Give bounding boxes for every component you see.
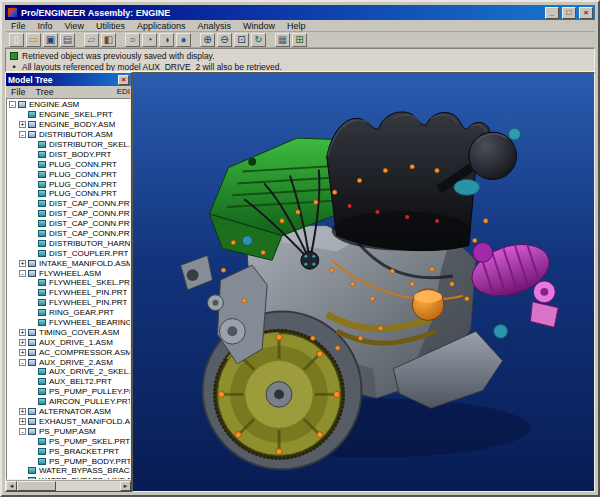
expand-icon[interactable]: + bbox=[19, 121, 26, 128]
tree-item[interactable]: PLUG_CONN.PRT bbox=[7, 159, 130, 169]
tree-item[interactable]: AUX_DRIVE_2_SKEL.PRT bbox=[7, 367, 130, 377]
tree-item[interactable]: AIRCON_PULLEY.PRT bbox=[7, 397, 130, 407]
model-tree-button[interactable]: ⊞ bbox=[292, 33, 307, 47]
collapse-icon[interactable]: - bbox=[19, 359, 26, 366]
expand-icon[interactable]: + bbox=[19, 329, 26, 336]
scroll-left-button[interactable]: ◄ bbox=[6, 481, 17, 491]
repaint-button[interactable]: ◧ bbox=[101, 33, 116, 47]
hscroll-thumb[interactable] bbox=[17, 481, 56, 491]
mail-button[interactable]: ▱ bbox=[84, 33, 99, 47]
expand-icon[interactable]: + bbox=[19, 349, 26, 356]
menu-window[interactable]: Window bbox=[237, 21, 281, 31]
tree-item[interactable]: PS_BRACKET.PRT bbox=[7, 446, 130, 456]
viewport[interactable] bbox=[132, 72, 595, 492]
tree-item[interactable]: DIST_CAP_CONN.PRT bbox=[7, 219, 130, 229]
tree-item[interactable]: +TIMING_COVER.ASM bbox=[7, 327, 130, 337]
shaded-button[interactable]: ● bbox=[176, 33, 191, 47]
tree-item[interactable]: +ENGINE_BODY.ASM bbox=[7, 120, 130, 130]
tree-item[interactable]: ENGINE_SKEL.PRT bbox=[7, 110, 130, 120]
layers-icon: ▦ bbox=[278, 34, 287, 46]
tree-item[interactable]: AUX_BELT2.PRT bbox=[7, 377, 130, 387]
menu-view[interactable]: View bbox=[59, 21, 90, 31]
no-hidden-button[interactable]: ◑ bbox=[159, 33, 174, 47]
print-button[interactable]: ▤ bbox=[60, 33, 75, 47]
tree-item[interactable]: DISTRIBUTOR_SKEL.PRT bbox=[7, 140, 130, 150]
tree-item[interactable]: +ALTERNATOR.ASM bbox=[7, 407, 130, 417]
refit-button[interactable]: ⊡ bbox=[234, 33, 249, 47]
prt-icon bbox=[38, 299, 46, 306]
tree-item[interactable]: FLYWHEEL_SKEL.PRT bbox=[7, 278, 130, 288]
tree-item[interactable]: PS_PUMP_BODY.PRT bbox=[7, 456, 130, 466]
tree-item[interactable]: -DISTRIBUTOR.ASM bbox=[7, 130, 130, 140]
tree-item[interactable]: DIST_CAP_CONN.PRT bbox=[7, 229, 130, 239]
open-folder-button[interactable]: ▭ bbox=[26, 33, 41, 47]
model-tree-menubar: EDI FileTree bbox=[6, 86, 131, 98]
menu-file[interactable]: File bbox=[5, 21, 32, 31]
tree-item[interactable]: +AC_COMPRESSOR.ASM bbox=[7, 347, 130, 357]
tree-item[interactable]: -PS_PUMP.ASM bbox=[7, 426, 130, 436]
expand-icon[interactable]: + bbox=[19, 339, 26, 346]
save-button[interactable]: ▣ bbox=[43, 33, 58, 47]
tree-item[interactable]: FLYWHEEL_PIN.PRT bbox=[7, 298, 130, 308]
tree-item-label: WATER_BYPASS_BRACKET.PRT bbox=[39, 466, 130, 475]
alternator-part[interactable] bbox=[465, 235, 558, 327]
tree-item[interactable]: DIST_BODY.PRT bbox=[7, 149, 130, 159]
menu-applications[interactable]: Applications bbox=[131, 21, 192, 31]
tree-item-label: PLUG_CONN.PRT bbox=[49, 170, 117, 179]
asm-icon bbox=[28, 329, 36, 336]
wireframe-button[interactable]: ○ bbox=[125, 33, 140, 47]
tree-item[interactable]: -FLYWHEEL.ASM bbox=[7, 268, 130, 278]
reorient-button[interactable]: ↻ bbox=[251, 33, 266, 47]
model-tree-list: -ENGINE.ASMENGINE_SKEL.PRT+ENGINE_BODY.A… bbox=[6, 98, 131, 480]
refit-icon: ⊡ bbox=[237, 34, 245, 46]
tree-item[interactable]: PLUG_CONN.PRT bbox=[7, 169, 130, 179]
zoom-out-icon: ⊖ bbox=[220, 34, 228, 46]
scroll-right-button[interactable]: ► bbox=[120, 481, 131, 491]
tree-item[interactable]: DIST_CAP_CONN.PRT bbox=[7, 209, 130, 219]
tree-item[interactable]: +INTAKE_MANIFOLD.ASM bbox=[7, 258, 130, 268]
new-document-button[interactable]: ▯ bbox=[9, 33, 24, 47]
tree-menu-tree[interactable]: Tree bbox=[31, 87, 59, 97]
model-tree-hscrollbar[interactable]: ◄ ► bbox=[6, 480, 131, 491]
collapse-icon[interactable]: - bbox=[19, 428, 26, 435]
maximize-button[interactable]: □ bbox=[562, 7, 576, 19]
expand-icon[interactable]: + bbox=[19, 260, 26, 267]
model-tree-titlebar[interactable]: Model Tree × bbox=[6, 73, 131, 86]
zoom-in-button[interactable]: ⊕ bbox=[200, 33, 215, 47]
minimize-button[interactable]: _ bbox=[545, 7, 559, 19]
menu-help[interactable]: Help bbox=[281, 21, 312, 31]
menu-info[interactable]: Info bbox=[32, 21, 59, 31]
tree-item[interactable]: DISTRIBUTOR_HARNESS bbox=[7, 238, 130, 248]
menu-analysis[interactable]: Analysis bbox=[191, 21, 237, 31]
expand-icon[interactable]: + bbox=[19, 418, 26, 425]
tree-item[interactable]: DIST_CAP_CONN.PRT bbox=[7, 199, 130, 209]
model-tree-close-button[interactable]: × bbox=[118, 75, 129, 85]
menu-utilities[interactable]: Utilities bbox=[90, 21, 131, 31]
tree-item[interactable]: PS_PUMP_PULLEY.PRT bbox=[7, 387, 130, 397]
tree-item[interactable]: FLYWHEEL_PIN.PRT bbox=[7, 288, 130, 298]
close-button[interactable]: × bbox=[579, 7, 593, 19]
hidden-line-button[interactable]: ◔ bbox=[142, 33, 157, 47]
hscroll-track[interactable] bbox=[17, 481, 120, 491]
tree-item[interactable]: PLUG_CONN.PRT bbox=[7, 179, 130, 189]
tree-item[interactable]: -ENGINE.ASM bbox=[7, 100, 130, 110]
tree-item[interactable]: RING_GEAR.PRT bbox=[7, 308, 130, 318]
engine-3d-model[interactable] bbox=[133, 73, 594, 491]
collapse-icon[interactable]: - bbox=[9, 101, 16, 108]
tree-item[interactable]: +EXHAUST_MANIFOLD.ASM bbox=[7, 417, 130, 427]
layers-button[interactable]: ▦ bbox=[275, 33, 290, 47]
tree-menu-file[interactable]: File bbox=[6, 87, 31, 97]
tree-item[interactable]: FLYWHEEL_BEARING.PRT bbox=[7, 318, 130, 328]
tree-item[interactable]: PLUG_CONN.PRT bbox=[7, 189, 130, 199]
collapse-icon[interactable]: - bbox=[19, 270, 26, 277]
collapse-icon[interactable]: - bbox=[19, 131, 26, 138]
title-bar[interactable]: Pro/ENGINEER Assembly: ENGINE _ □ × bbox=[5, 5, 595, 20]
tree-item[interactable]: -AUX_DRIVE_2.ASM bbox=[7, 357, 130, 367]
tree-item[interactable]: +AUX_DRIVE_1.ASM bbox=[7, 337, 130, 347]
tree-item[interactable]: PS_PUMP_SKEL.PRT bbox=[7, 436, 130, 446]
oil-filter-part[interactable] bbox=[412, 289, 444, 321]
expand-icon[interactable]: + bbox=[19, 408, 26, 415]
zoom-out-button[interactable]: ⊖ bbox=[217, 33, 232, 47]
tree-item[interactable]: DIST_COUPLER.PRT bbox=[7, 248, 130, 258]
tree-item[interactable]: WATER_BYPASS_BRACKET.PRT bbox=[7, 466, 130, 476]
